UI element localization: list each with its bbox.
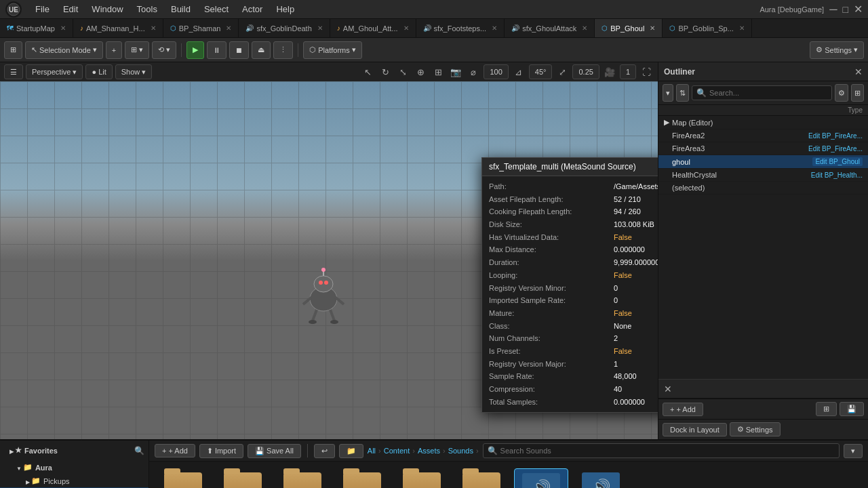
tab-startupmap[interactable]: 🗺 StartupMap ✕ (0, 19, 73, 37)
content-add-btn[interactable]: + + Add (155, 444, 195, 458)
scale-snap-icon[interactable]: ⤢ (555, 64, 570, 79)
tab-am-shaman[interactable]: ♪ AM_Shaman_H... ✕ (73, 19, 163, 37)
sidebar-item-pickups[interactable]: 📁 Pickups (0, 474, 149, 487)
angle-snap-icon[interactable]: ⌀ (466, 64, 481, 79)
outliner-settings-btn2[interactable]: ⚙ Settings (730, 422, 781, 436)
perspective-btn[interactable]: Perspective ▾ (26, 64, 83, 79)
favorites-header[interactable]: ★ Favorites (4, 443, 63, 458)
camera-icon[interactable]: 📷 (448, 64, 463, 79)
translate-icon[interactable]: ↖ (360, 64, 375, 79)
viewport-area: ☰ Perspective ▾ ● Lit Show ▾ ↖ ↻ ⤡ ⊕ ⊞ 📷… (0, 62, 868, 439)
chevron-platforms: ▾ (352, 45, 356, 54)
outliner-filter-btn[interactable]: ▾ (663, 84, 673, 102)
folder-potions[interactable]: Potions Folder (335, 468, 389, 488)
breadcrumb-content[interactable]: Content (384, 447, 410, 455)
tab-am-ghoul[interactable]: ♪ AM_Ghoul_Att... ✕ (330, 19, 416, 37)
layout-btn[interactable]: ⊞ (4, 41, 22, 59)
file-sfx-template-1[interactable]: 🔊 sfx_Tem... MetaSoun... (514, 468, 568, 488)
maximize-btn[interactable]: □ (843, 4, 848, 15)
outliner-sort-btn[interactable]: ⇅ (676, 84, 689, 102)
snap-icon[interactable]: ⊞ (431, 64, 446, 79)
menu-file[interactable]: File (30, 1, 55, 17)
platforms-btn[interactable]: ⬡ Platforms ▾ (303, 41, 361, 59)
speaker-icon-2: 🔊 (592, 479, 610, 488)
tab-bp-goblin[interactable]: ⬡ BP_Goblin_Sp... ✕ (663, 19, 751, 37)
outliner-settings-btn[interactable]: ⚙ (835, 84, 848, 102)
content-search-input[interactable] (500, 447, 835, 455)
outliner-item-ghoul[interactable]: ghoul Edit BP_Ghoul (658, 155, 868, 169)
stop-btn[interactable]: ⏹ (229, 41, 249, 59)
folder-slingshot[interactable]: Slingshot Folder (395, 468, 449, 488)
playmode-btn[interactable]: ⋮ (273, 41, 293, 59)
content-search-box[interactable]: 🔍 (483, 443, 840, 458)
menu-window[interactable]: Window (86, 1, 128, 17)
play-btn[interactable]: ▶ (186, 41, 204, 59)
svg-point-13 (330, 320, 338, 324)
tab-sfx-goblin[interactable]: 🔊 sfx_GoblinDeath ✕ (239, 19, 330, 37)
dock-layout-btn[interactable]: Dock in Layout (663, 423, 727, 436)
outliner-item-healthcrystal[interactable]: HealthCrystal Edit BP_Health... (658, 169, 868, 182)
folder-footsteps[interactable]: FootSteps Folder (275, 468, 330, 488)
breadcrumb-sounds[interactable]: Sounds (448, 447, 473, 455)
favorites-search-btn[interactable]: 🔍 (134, 446, 144, 455)
menu-edit[interactable]: Edit (58, 1, 83, 17)
lit-btn[interactable]: ● Lit (85, 64, 112, 79)
menu-actor[interactable]: Actor (237, 1, 268, 17)
content-import-btn[interactable]: ⬆ Import (199, 444, 243, 458)
pause-btn[interactable]: ⏸ (207, 41, 226, 59)
tab-sfx-ghoulattack[interactable]: 🔊 sfx_GhoulAttack ✕ (505, 19, 595, 37)
viewport[interactable]: ☰ Perspective ▾ ● Lit Show ▾ ↖ ↻ ⤡ ⊕ ⊞ 📷… (0, 62, 658, 439)
minimize-btn[interactable]: ─ (829, 3, 837, 16)
outliner-search-box[interactable]: 🔍 (692, 85, 832, 100)
menu-tools[interactable]: Tools (132, 1, 163, 17)
breadcrumb-all[interactable]: All (368, 447, 376, 455)
rotate-icon[interactable]: ↻ (378, 64, 393, 79)
maximize-viewport-icon[interactable]: ⛶ (639, 64, 654, 79)
outliner-item-mapeditor[interactable]: ▶ Map (Editor) (658, 116, 868, 129)
scale-icon[interactable]: ⤡ (395, 64, 410, 79)
outliner-item-selected[interactable]: (selected) (658, 182, 868, 195)
folder-abilities[interactable]: Abilities Folder (156, 468, 210, 488)
grid-val-btn[interactable]: 100 (484, 64, 508, 79)
outliner-item-firearea3[interactable]: FireArea3 Edit BP_FireAre... (658, 142, 868, 155)
outliner-columns-btn[interactable]: ⊞ (851, 84, 864, 102)
nav-btn[interactable]: 📁 (339, 444, 363, 458)
content-save-btn[interactable]: 💾 Save All (248, 444, 301, 458)
grid-layout-btn[interactable]: ⊞ (816, 402, 837, 416)
angle-icon[interactable]: ⊿ (511, 64, 526, 79)
snap-btn[interactable]: ⊞ ▾ (125, 41, 149, 59)
aura-tree-header[interactable]: 📁 Aura (0, 460, 149, 474)
outliner-close-btn[interactable]: ✕ (854, 66, 863, 77)
tab-bp-ghoul[interactable]: ⬡ BP_Ghoul ✕ (595, 19, 663, 37)
sep2 (298, 43, 298, 57)
history-btn[interactable]: ↩ (314, 444, 335, 458)
settings-btn[interactable]: ⚙ Settings ▾ (810, 41, 864, 59)
universal-icon[interactable]: ⊕ (413, 64, 428, 79)
transform-btn[interactable]: ⟲ ▾ (152, 41, 176, 59)
add-actor-btn[interactable]: + + Add (663, 403, 703, 416)
menu-help[interactable]: Help (271, 1, 300, 17)
view-options-btn[interactable]: ▾ (844, 444, 863, 458)
close-btn[interactable]: ✕ (854, 3, 863, 16)
folder-enemies[interactable]: Enemies Folder (216, 468, 270, 488)
save-layout-btn[interactable]: 💾 (840, 402, 864, 416)
outliner-item-firearea2[interactable]: FireArea2 Edit BP_FireAre... (658, 129, 868, 142)
outliner-search-input[interactable] (709, 89, 827, 97)
hamburger-btn[interactable]: ☰ (4, 64, 23, 79)
folder-ui[interactable]: UI Folder (454, 468, 509, 488)
file-sfx-template-2[interactable]: 🔊 sfx_Tem... MetaSoun... (574, 468, 628, 488)
camera-val-btn[interactable]: 1 (620, 64, 636, 79)
menu-select[interactable]: Select (199, 1, 234, 17)
tab-bp-shaman[interactable]: ⬡ BP_Shaman ✕ (163, 19, 239, 37)
breadcrumb-assets[interactable]: Assets (418, 447, 440, 455)
show-btn[interactable]: Show ▾ (115, 64, 153, 79)
selection-mode-btn[interactable]: ↖ Selection Mode ▾ (25, 41, 103, 59)
sub-panel-close-btn[interactable]: ✕ (664, 384, 672, 394)
camera-speed-icon[interactable]: 🎥 (602, 64, 617, 79)
menu-build[interactable]: Build (165, 1, 196, 17)
add-btn[interactable]: + (106, 41, 122, 59)
scale-val-btn[interactable]: 0.25 (572, 64, 599, 79)
angle-val-btn[interactable]: 45° (529, 64, 553, 79)
eject-btn[interactable]: ⏏ (252, 41, 271, 59)
tab-sfx-footsteps[interactable]: 🔊 sfx_Footsteps... ✕ (416, 19, 505, 37)
